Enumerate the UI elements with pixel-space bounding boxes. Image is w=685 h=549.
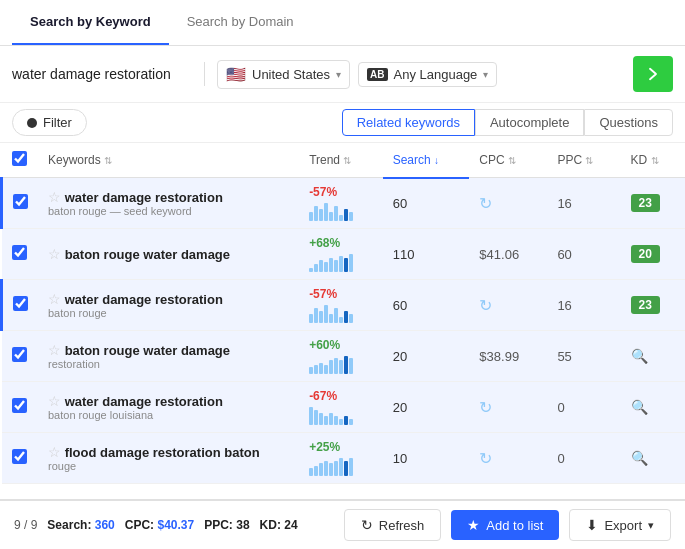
trend-bar: -57%: [309, 185, 373, 221]
cpc-cell: $38.99: [469, 331, 547, 382]
trend-bar-segment: [344, 258, 348, 272]
export-button[interactable]: ⬇ Export ▾: [569, 509, 671, 541]
trend-bar-segment: [324, 461, 328, 476]
select-cell: [2, 331, 39, 382]
row-checkbox[interactable]: [12, 449, 27, 464]
select-cell: [2, 382, 39, 433]
th-search[interactable]: Search ↓: [383, 143, 470, 178]
search-value: 60: [393, 298, 407, 313]
mini-chart: [309, 252, 353, 272]
star-icon[interactable]: ☆: [48, 393, 61, 409]
country-select[interactable]: 🇺🇸 United States ▾: [217, 60, 350, 89]
kd-cell: 23: [621, 280, 685, 331]
keyword-sub: baton rouge: [48, 307, 289, 319]
language-select[interactable]: AB Any Language ▾: [358, 62, 497, 87]
th-ppc[interactable]: PPC ⇅: [547, 143, 620, 178]
tab-search-domain[interactable]: Search by Domain: [169, 0, 312, 45]
trend-bar-segment: [334, 461, 338, 476]
row-checkbox[interactable]: [13, 194, 28, 209]
star-icon[interactable]: ☆: [48, 246, 61, 262]
trend-bar-segment: [319, 363, 323, 374]
trend-cell: -67%: [299, 382, 383, 433]
th-ppc-label: PPC: [557, 153, 582, 167]
add-to-list-button[interactable]: ★ Add to list: [451, 510, 559, 540]
tab-search-keyword[interactable]: Search by Keyword: [12, 0, 169, 45]
kd-search-icon: 🔍: [631, 450, 648, 466]
trend-bar-segment: [339, 458, 343, 476]
trend-bar-segment: [339, 215, 343, 221]
th-trend[interactable]: Trend ⇅: [299, 143, 383, 178]
trend-bar-segment: [314, 365, 318, 374]
th-keywords[interactable]: Keywords ⇅: [38, 143, 299, 178]
kd-search-icon: 🔍: [631, 348, 648, 364]
trend-pct: +25%: [309, 440, 340, 454]
trend-bar-segment: [334, 308, 338, 323]
star-icon[interactable]: ☆: [48, 291, 61, 307]
row-checkbox[interactable]: [12, 245, 27, 260]
refresh-button[interactable]: ↻ Refresh: [344, 509, 442, 541]
keyword-cell: ☆ baton rouge water damage restoration: [38, 331, 299, 382]
trend-pct: +68%: [309, 236, 340, 250]
tab-autocomplete[interactable]: Autocomplete: [475, 109, 585, 136]
kd-cell: 🔍: [621, 382, 685, 433]
ppc-cell: 60: [547, 229, 620, 280]
select-all-checkbox[interactable]: [12, 151, 27, 166]
star-icon[interactable]: ☆: [48, 342, 61, 358]
keyword-sub: restoration: [48, 358, 289, 370]
trend-bar-segment: [314, 466, 318, 476]
ppc-cell: 55: [547, 331, 620, 382]
keyword-cell: ☆ baton rouge water damage: [38, 229, 299, 280]
tab-questions[interactable]: Questions: [584, 109, 673, 136]
trend-bar-segment: [314, 410, 318, 425]
flag-icon: 🇺🇸: [226, 65, 246, 84]
sort-ppc-icon: ⇅: [585, 155, 593, 166]
th-kd[interactable]: KD ⇅: [621, 143, 685, 178]
trend-bar: +60%: [309, 338, 373, 374]
row-checkbox[interactable]: [13, 296, 28, 311]
trend-bar-segment: [319, 311, 323, 323]
trend-bar-segment: [324, 262, 328, 272]
filter-button[interactable]: Filter: [12, 109, 87, 136]
footer-kd-label: KD:: [260, 518, 281, 532]
footer: 9 / 9 Search: 360 CPC: $40.37 PPC: 38 KD…: [0, 499, 685, 549]
sort-trend-icon: ⇅: [343, 155, 351, 166]
mini-chart: [309, 405, 353, 425]
table-container: Keywords ⇅ Trend ⇅ Search ↓ CPC ⇅: [0, 143, 685, 499]
keyword-main: baton rouge water damage: [65, 247, 230, 262]
app-container: Search by Keyword Search by Domain 🇺🇸 Un…: [0, 0, 685, 549]
trend-bar-segment: [339, 360, 343, 374]
trend-bar-segment: [324, 416, 328, 425]
kd-cell: 23: [621, 178, 685, 229]
sort-search-icon: ↓: [434, 155, 439, 166]
trend-cell: +25%: [299, 433, 383, 484]
ppc-cell: 16: [547, 178, 620, 229]
sort-kd-icon: ⇅: [651, 155, 659, 166]
trend-bar-segment: [334, 358, 338, 374]
trend-bar-segment: [339, 317, 343, 323]
keyword-cell: ☆ water damage restoration baton rouge —…: [38, 178, 299, 229]
footer-search-val: 360: [95, 518, 115, 532]
keyword-main: baton rouge water damage: [65, 343, 230, 358]
keyword-cell: ☆ water damage restoration baton rouge: [38, 280, 299, 331]
cpc-cell: ↻: [469, 280, 547, 331]
trend-bar-segment: [344, 311, 348, 323]
row-checkbox[interactable]: [12, 398, 27, 413]
kd-cell: 20: [621, 229, 685, 280]
ppc-cell: 16: [547, 280, 620, 331]
row-checkbox[interactable]: [12, 347, 27, 362]
star-icon[interactable]: ☆: [48, 444, 61, 460]
star-icon[interactable]: ☆: [48, 189, 61, 205]
trend-pct: -57%: [309, 287, 337, 301]
trend-bar-segment: [349, 358, 353, 374]
keyword-input[interactable]: [12, 66, 192, 82]
cpc-value: $41.06: [479, 247, 519, 262]
th-cpc[interactable]: CPC ⇅: [469, 143, 547, 178]
keyword-cell: ☆ water damage restoration baton rouge l…: [38, 382, 299, 433]
tab-related-keywords[interactable]: Related keywords: [342, 109, 475, 136]
footer-ppc-label: PPC:: [204, 518, 233, 532]
select-cell: [2, 280, 39, 331]
th-kd-label: KD: [631, 153, 648, 167]
th-cpc-label: CPC: [479, 153, 504, 167]
keyword-sub: rouge: [48, 460, 289, 472]
search-button[interactable]: [633, 56, 673, 92]
